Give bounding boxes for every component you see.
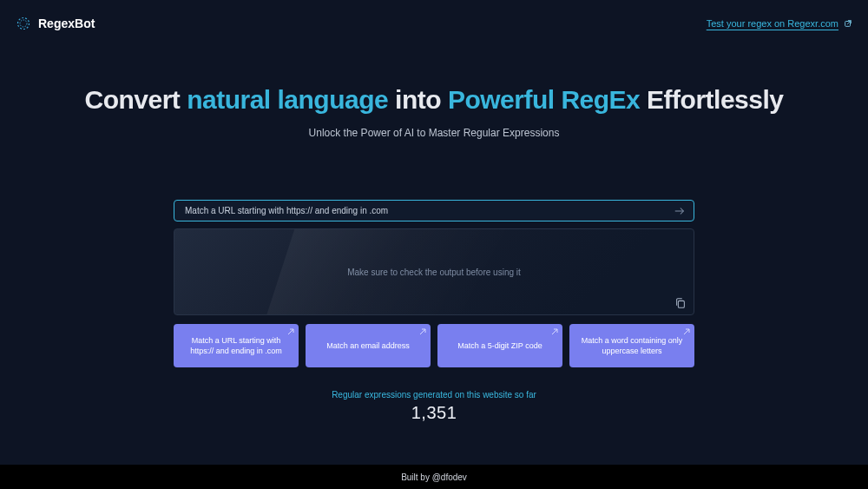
main: Make sure to check the output before usi… bbox=[174, 200, 694, 423]
arrow-up-right-icon bbox=[683, 327, 690, 334]
brand: RegexBot bbox=[16, 16, 95, 31]
example-button-2[interactable]: Match an email address bbox=[306, 324, 431, 367]
output-panel: Make sure to check the output before usi… bbox=[174, 228, 694, 315]
example-buttons: Match a URL starting with https:// and e… bbox=[174, 324, 694, 367]
brand-name: RegexBot bbox=[38, 17, 95, 30]
submit-button[interactable] bbox=[673, 204, 687, 218]
arrow-up-right-icon bbox=[551, 327, 558, 334]
header: RegexBot Test your regex on Regexr.com bbox=[0, 0, 868, 36]
prompt-row bbox=[174, 200, 694, 221]
external-link-icon bbox=[844, 19, 852, 28]
page-subtitle: Unlock the Power of AI to Master Regular… bbox=[0, 127, 868, 139]
output-placeholder: Make sure to check the output before usi… bbox=[347, 268, 521, 277]
svg-rect-3 bbox=[678, 301, 684, 307]
example-button-1[interactable]: Match a URL starting with https:// and e… bbox=[174, 324, 299, 367]
counter-value: 1,351 bbox=[174, 403, 694, 423]
test-regex-link-label: Test your regex on Regexr.com bbox=[707, 18, 838, 29]
svg-point-0 bbox=[18, 18, 30, 30]
counter: Regular expressions generated on this we… bbox=[174, 390, 694, 423]
title-accent-1: natural language bbox=[187, 85, 388, 114]
title-accent-2: Powerful RegEx bbox=[448, 85, 640, 114]
page-title: Convert natural language into Powerful R… bbox=[0, 85, 868, 115]
arrow-up-right-icon bbox=[419, 327, 426, 334]
example-label: Match a URL starting with https:// and e… bbox=[182, 335, 290, 356]
footer-text: Built by @dfodev bbox=[401, 472, 467, 482]
svg-point-1 bbox=[20, 20, 27, 27]
example-label: Match a 5-digit ZIP code bbox=[457, 340, 542, 351]
example-label: Match an email address bbox=[326, 340, 410, 351]
example-button-4[interactable]: Match a word containing only uppercase l… bbox=[569, 324, 694, 367]
example-button-3[interactable]: Match a 5-digit ZIP code bbox=[437, 324, 562, 367]
copy-button[interactable] bbox=[674, 297, 687, 309]
hero: Convert natural language into Powerful R… bbox=[0, 85, 868, 139]
footer: Built by @dfodev bbox=[0, 465, 868, 489]
arrow-up-right-icon bbox=[287, 327, 294, 334]
counter-label: Regular expressions generated on this we… bbox=[174, 390, 694, 400]
logo-icon bbox=[16, 16, 31, 31]
test-regex-link[interactable]: Test your regex on Regexr.com bbox=[707, 18, 852, 29]
prompt-input[interactable] bbox=[183, 205, 666, 216]
example-label: Match a word containing only uppercase l… bbox=[578, 335, 686, 356]
